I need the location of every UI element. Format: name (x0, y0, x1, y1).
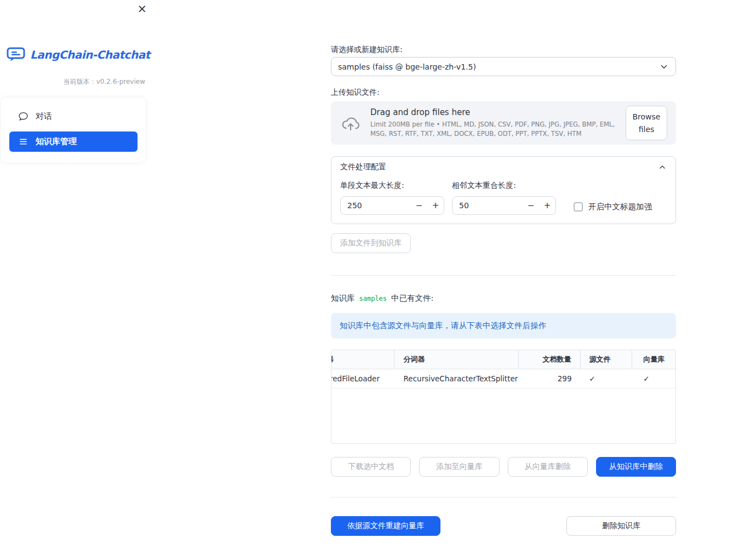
sidebar-close-button[interactable]: × (137, 3, 147, 15)
rebuild-vector-store-button[interactable]: 依据源文件重建向量库 (331, 516, 440, 536)
chat-icon (18, 112, 28, 121)
expander-body: 单段文本最大长度: 250 − + 相邻文本重合长度: 50 − + (331, 178, 675, 224)
sidebar-item-kb-management[interactable]: 知识库管理 (9, 131, 138, 152)
expander-header[interactable]: 文件处理配置 (331, 157, 675, 178)
overlap-input[interactable]: 50 − + (452, 196, 556, 215)
max-length-minus-button[interactable]: − (411, 197, 427, 214)
logo: LangChain-Chatchat (0, 47, 153, 62)
version-text: 当前版本：v0.2.6-preview (0, 77, 153, 87)
col-header-vector-store[interactable]: 向量库 (632, 350, 675, 369)
list-icon (18, 137, 28, 146)
info-banner: 知识库中包含源文件与向量库，请从下表中选择文件后操作 (331, 313, 676, 339)
kb-select-value: samples (faiss @ bge-large-zh-v1.5) (338, 62, 476, 71)
sidebar: × LangChain-Chatchat 当前版本：v0.2.6-preview (0, 0, 153, 549)
table-action-buttons: 下载选中文档 添加至向量库 从向量库删除 从知识库中删除 (331, 457, 676, 477)
kb-name-code: samples (359, 295, 387, 302)
col-header-doc-count[interactable]: 文档数量 (519, 350, 581, 369)
file-config-expander: 文件处理配置 单段文本最大长度: 250 − + 相邻文本重合长度: (331, 156, 676, 224)
browse-files-button[interactable]: Browse files (626, 106, 667, 140)
checkbox-label: 开启中文标题加强 (588, 202, 652, 212)
logo-icon (7, 47, 25, 62)
max-length-input[interactable]: 250 − + (340, 196, 444, 215)
delete-from-vector-store-button[interactable]: 从向量库删除 (508, 457, 588, 477)
chevron-down-icon (659, 62, 669, 72)
kb-bottom-actions: 依据源文件重建向量库 删除知识库 (331, 516, 676, 536)
max-length-value: 250 (341, 201, 411, 210)
sidebar-menu: 对话 知识库管理 (1, 98, 146, 163)
overlap-plus-button[interactable]: + (539, 197, 555, 214)
menu-item-label: 知识库管理 (36, 136, 77, 147)
overlap-label: 相邻文本重合长度: (452, 181, 556, 191)
kb-line-prefix: 知识库 (331, 293, 355, 304)
delete-from-kb-button[interactable]: 从知识库中删除 (596, 457, 676, 477)
overlap-value: 50 (453, 201, 523, 210)
max-length-group: 单段文本最大长度: 250 − + (340, 181, 444, 215)
kb-select-label: 请选择或新建知识库: (331, 45, 676, 55)
logo-text: LangChain-Chatchat (30, 48, 150, 61)
col-header-source-file[interactable]: 源文件 (581, 350, 633, 369)
max-length-label: 单段文本最大长度: (340, 181, 444, 191)
kb-select[interactable]: samples (faiss @ bge-large-zh-v1.5) (331, 57, 676, 76)
col-header-loader[interactable]: 器 (331, 350, 394, 369)
kb-line-suffix: 中已有文件: (391, 293, 433, 304)
file-dropzone[interactable]: Drag and drop files here Limit 200MB per… (331, 101, 676, 145)
add-to-vector-store-button[interactable]: 添加至向量库 (419, 457, 499, 477)
upload-label: 上传知识文件: (331, 88, 676, 98)
cell-vector-store-check: ✓ (632, 369, 675, 388)
col-header-splitter[interactable]: 分词器 (394, 350, 519, 369)
overlap-group: 相邻文本重合长度: 50 − + (452, 181, 556, 215)
divider (331, 497, 676, 497)
table-header-row: 器 分词器 文档数量 源文件 向量库 (331, 350, 675, 369)
delete-kb-button[interactable]: 删除知识库 (566, 516, 676, 536)
dropzone-limit: Limit 200MB per file • HTML, MD, JSON, C… (370, 120, 617, 139)
menu-item-label: 对话 (36, 111, 52, 122)
add-files-button[interactable]: 添加文件到知识库 (331, 233, 411, 253)
sidebar-item-dialogue[interactable]: 对话 (9, 106, 138, 127)
divider (331, 275, 676, 276)
chevron-up-icon (658, 163, 667, 171)
overlap-minus-button[interactable]: − (523, 197, 539, 214)
files-table[interactable]: 器 分词器 文档数量 源文件 向量库 redFileLoader Recursi… (331, 350, 676, 444)
dropzone-title: Drag and drop files here (370, 107, 617, 117)
close-icon: × (137, 2, 147, 15)
dropzone-text: Drag and drop files here Limit 200MB per… (370, 107, 617, 139)
cell-doc-count: 299 (519, 369, 581, 388)
checkbox-icon (574, 202, 583, 211)
download-selected-button[interactable]: 下载选中文档 (331, 457, 411, 477)
app-root: × LangChain-Chatchat 当前版本：v0.2.6-preview (0, 0, 756, 549)
cell-source-file-check: ✓ (581, 369, 633, 388)
kb-files-line: 知识库 samples 中已有文件: (331, 293, 676, 304)
table-row[interactable]: redFileLoader RecursiveCharacterTextSpli… (331, 369, 675, 388)
max-length-plus-button[interactable]: + (427, 197, 444, 214)
zh-title-checkbox[interactable]: 开启中文标题加强 (574, 202, 652, 212)
cell-splitter: RecursiveCharacterTextSplitter (394, 369, 519, 388)
cell-loader: redFileLoader (331, 369, 394, 388)
upload-cloud-icon (340, 115, 362, 131)
main-content: 请选择或新建知识库: samples (faiss @ bge-large-zh… (331, 0, 676, 536)
expander-title: 文件处理配置 (340, 162, 386, 172)
